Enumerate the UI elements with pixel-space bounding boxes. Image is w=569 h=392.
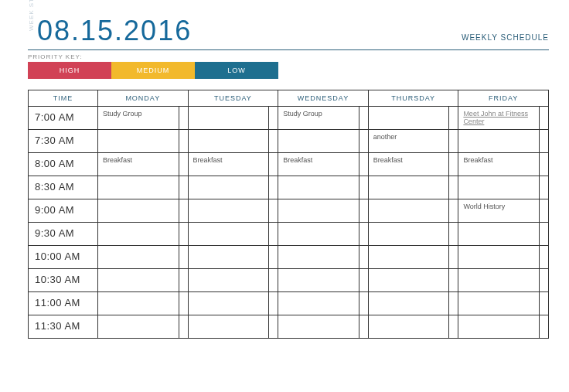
cell-mon[interactable] bbox=[98, 130, 179, 153]
priority-tag-fri[interactable] bbox=[540, 153, 549, 176]
priority-tag-wed[interactable] bbox=[359, 176, 368, 199]
time-cell[interactable]: 10:30 AM bbox=[29, 269, 98, 292]
priority-tag-thu[interactable] bbox=[449, 269, 458, 292]
cell-thu[interactable] bbox=[368, 315, 449, 339]
cell-thu[interactable] bbox=[368, 292, 449, 315]
priority-tag-mon[interactable] bbox=[179, 107, 188, 130]
cell-thu[interactable] bbox=[368, 246, 449, 269]
cell-mon[interactable]: Study Group bbox=[98, 107, 179, 130]
priority-tag-fri[interactable] bbox=[540, 315, 549, 339]
cell-wed[interactable]: Study Group bbox=[278, 107, 359, 130]
priority-tag-tue[interactable] bbox=[269, 176, 278, 199]
time-cell[interactable]: 11:30 AM bbox=[29, 315, 98, 339]
cell-mon[interactable] bbox=[98, 292, 179, 315]
priority-tag-thu[interactable] bbox=[449, 223, 458, 246]
cell-fri[interactable]: Breakfast bbox=[458, 153, 540, 176]
priority-tag-fri[interactable] bbox=[540, 107, 549, 130]
time-cell[interactable]: 7:30 AM bbox=[29, 130, 98, 153]
cell-tue[interactable]: Breakfast bbox=[188, 153, 269, 176]
priority-tag-tue[interactable] bbox=[269, 153, 278, 176]
priority-tag-wed[interactable] bbox=[359, 199, 368, 223]
cell-tue[interactable] bbox=[188, 315, 269, 339]
priority-tag-thu[interactable] bbox=[449, 315, 458, 339]
priority-tag-tue[interactable] bbox=[269, 130, 278, 153]
cell-mon[interactable]: Breakfast bbox=[98, 153, 179, 176]
cell-wed[interactable] bbox=[278, 199, 359, 223]
priority-tag-mon[interactable] bbox=[179, 269, 188, 292]
cell-tue[interactable] bbox=[188, 292, 269, 315]
cell-fri[interactable] bbox=[458, 223, 540, 246]
cell-wed[interactable] bbox=[278, 176, 359, 199]
priority-tag-fri[interactable] bbox=[540, 292, 549, 315]
cell-fri[interactable]: Meet John at Fitness Center bbox=[458, 107, 540, 130]
cell-mon[interactable] bbox=[98, 315, 179, 339]
cell-wed[interactable] bbox=[278, 269, 359, 292]
priority-tag-thu[interactable] bbox=[449, 153, 458, 176]
cell-wed[interactable] bbox=[278, 292, 359, 315]
priority-tag-thu[interactable] bbox=[449, 292, 458, 315]
cell-wed[interactable] bbox=[278, 246, 359, 269]
cell-tue[interactable] bbox=[188, 223, 269, 246]
priority-tag-thu[interactable] bbox=[449, 130, 458, 153]
cell-fri[interactable]: World History bbox=[458, 199, 540, 223]
cell-mon[interactable] bbox=[98, 199, 179, 223]
priority-tag-tue[interactable] bbox=[269, 292, 278, 315]
priority-tag-wed[interactable] bbox=[359, 223, 368, 246]
cell-thu[interactable] bbox=[368, 176, 449, 199]
cell-thu[interactable] bbox=[368, 199, 449, 223]
priority-tag-mon[interactable] bbox=[179, 153, 188, 176]
priority-tag-wed[interactable] bbox=[359, 153, 368, 176]
priority-tag-wed[interactable] bbox=[359, 130, 368, 153]
time-cell[interactable]: 7:00 AM bbox=[29, 107, 98, 130]
cell-tue[interactable] bbox=[188, 130, 269, 153]
priority-tag-fri[interactable] bbox=[540, 246, 549, 269]
cell-tue[interactable] bbox=[188, 269, 269, 292]
priority-tag-tue[interactable] bbox=[269, 223, 278, 246]
time-cell[interactable]: 9:00 AM bbox=[29, 199, 98, 223]
priority-tag-tue[interactable] bbox=[269, 315, 278, 339]
priority-tag-wed[interactable] bbox=[359, 246, 368, 269]
time-cell[interactable]: 8:00 AM bbox=[29, 153, 98, 176]
priority-tag-fri[interactable] bbox=[540, 199, 549, 223]
priority-tag-mon[interactable] bbox=[179, 199, 188, 223]
cell-fri[interactable] bbox=[458, 292, 540, 315]
priority-tag-thu[interactable] bbox=[449, 107, 458, 130]
priority-tag-fri[interactable] bbox=[540, 223, 549, 246]
cell-thu[interactable] bbox=[368, 107, 449, 130]
cell-thu[interactable] bbox=[368, 223, 449, 246]
priority-tag-fri[interactable] bbox=[540, 176, 549, 199]
cell-tue[interactable] bbox=[188, 176, 269, 199]
cell-wed[interactable] bbox=[278, 315, 359, 339]
priority-tag-thu[interactable] bbox=[449, 199, 458, 223]
cell-tue[interactable] bbox=[188, 107, 269, 130]
cell-wed[interactable]: Breakfast bbox=[278, 153, 359, 176]
priority-tag-mon[interactable] bbox=[179, 223, 188, 246]
cell-fri[interactable] bbox=[458, 176, 540, 199]
priority-tag-thu[interactable] bbox=[449, 176, 458, 199]
time-cell[interactable]: 8:30 AM bbox=[29, 176, 98, 199]
cell-fri[interactable] bbox=[458, 246, 540, 269]
priority-tag-mon[interactable] bbox=[179, 246, 188, 269]
priority-tag-fri[interactable] bbox=[540, 130, 549, 153]
time-cell[interactable]: 9:30 AM bbox=[29, 223, 98, 246]
cell-mon[interactable] bbox=[98, 269, 179, 292]
priority-tag-mon[interactable] bbox=[179, 292, 188, 315]
cell-thu[interactable]: Breakfast bbox=[368, 153, 449, 176]
priority-tag-wed[interactable] bbox=[359, 269, 368, 292]
cell-tue[interactable] bbox=[188, 199, 269, 223]
cell-thu[interactable] bbox=[368, 269, 449, 292]
priority-tag-mon[interactable] bbox=[179, 130, 188, 153]
priority-tag-tue[interactable] bbox=[269, 199, 278, 223]
time-cell[interactable]: 11:00 AM bbox=[29, 292, 98, 315]
cell-wed[interactable] bbox=[278, 130, 359, 153]
priority-tag-wed[interactable] bbox=[359, 292, 368, 315]
priority-tag-wed[interactable] bbox=[359, 107, 368, 130]
cell-fri[interactable] bbox=[458, 130, 540, 153]
priority-tag-mon[interactable] bbox=[179, 315, 188, 339]
priority-tag-wed[interactable] bbox=[359, 315, 368, 339]
cell-mon[interactable] bbox=[98, 246, 179, 269]
priority-tag-fri[interactable] bbox=[540, 269, 549, 292]
time-cell[interactable]: 10:00 AM bbox=[29, 246, 98, 269]
cell-tue[interactable] bbox=[188, 246, 269, 269]
priority-tag-tue[interactable] bbox=[269, 269, 278, 292]
